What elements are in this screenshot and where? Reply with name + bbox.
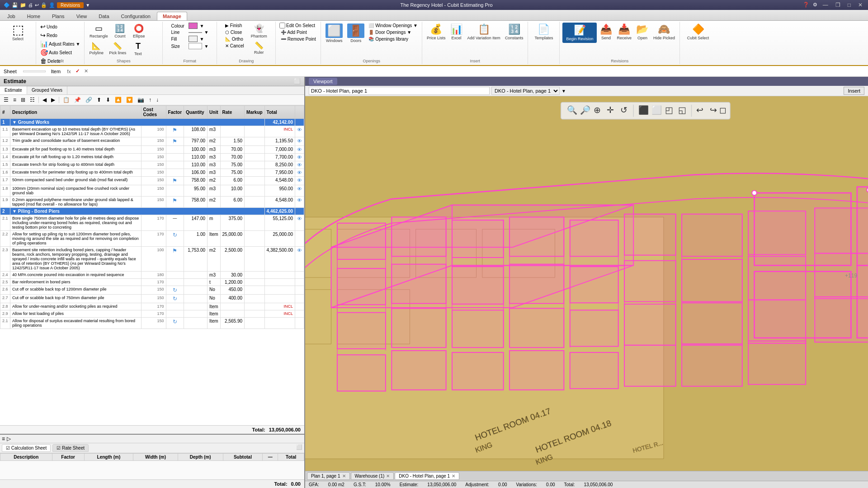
maximize-btn[interactable]: □ xyxy=(846,2,853,8)
add-variation-btn[interactable]: 📋 Add Variation Item xyxy=(466,23,502,41)
insert-viewport-btn[interactable]: Insert xyxy=(844,87,864,95)
table-row[interactable]: 2.9 Allow for test loading of piles 170 … xyxy=(0,310,304,318)
tab-job[interactable]: Job xyxy=(2,12,21,20)
line-dropdown-icon[interactable]: ▼ xyxy=(204,30,208,35)
ruler-btn[interactable]: 📏 Ruler xyxy=(249,40,269,56)
formula-input[interactable] xyxy=(92,68,864,75)
quick-access-save[interactable]: 💾 xyxy=(12,2,18,8)
dropdown-arrow-icon[interactable]: ▼ xyxy=(85,3,90,8)
formula-cancel-btn[interactable]: ✕ xyxy=(83,68,89,74)
list-view-btn[interactable]: ☷ xyxy=(28,96,37,104)
table-row[interactable]: 2.8 Allow for under-reaming and/or socke… xyxy=(0,303,304,310)
minimize-btn[interactable]: — xyxy=(821,2,830,8)
size-dropdown-icon[interactable]: ▼ xyxy=(204,44,208,49)
send-btn[interactable]: 📤 Send xyxy=(598,23,614,41)
table-row[interactable]: 1.8 100mm (20mm nominal size) compacted … xyxy=(0,185,304,197)
next-btn[interactable]: ▶ xyxy=(49,96,57,104)
edit-on-select-checkbox[interactable]: Edit On Select xyxy=(279,23,315,28)
table-row[interactable]: 1.1 Basement excavation up to 10 metres … xyxy=(0,126,304,137)
redo-btn[interactable]: ↪ Redo xyxy=(39,31,59,39)
polyline-btn[interactable]: 📐 Polyline xyxy=(87,41,105,56)
toolbar-icon7[interactable]: 🔽 xyxy=(124,96,135,104)
doors-btn[interactable]: 🚪 Doors xyxy=(345,23,366,44)
vb-tab-warehouse[interactable]: Warehouse (1) ✕ xyxy=(351,472,394,480)
size-input[interactable] xyxy=(189,43,202,49)
tab-calculation-sheet[interactable]: ☑ Calculation Sheet xyxy=(2,444,51,452)
begin-revision-btn[interactable]: 📝 Begin Revision xyxy=(562,23,597,43)
table-row[interactable]: 2.2 Allow for setting up piling rig to s… xyxy=(0,231,304,247)
restore-btn[interactable]: ❐ xyxy=(834,2,842,8)
table-row[interactable]: 1.5 Excavate trench for strip footing up… xyxy=(0,161,304,169)
section-1-header[interactable]: 1 ▼ Ground Works 42,142.00 xyxy=(0,119,304,126)
window-openings-btn[interactable]: ⬜ Window Openings ▼ xyxy=(367,23,419,28)
table-row[interactable]: 2.6 Cut off or scabble back top of 1200m… xyxy=(0,286,304,295)
quick-access-lock[interactable]: 🔒 xyxy=(41,2,47,8)
table-row[interactable]: 1.9 0.2mm approved polythene membrane un… xyxy=(0,197,304,208)
settings-icon[interactable]: ⚙ xyxy=(813,2,817,8)
pick-lines-btn[interactable]: 📏 Pick lines xyxy=(106,41,129,56)
viewport-tab-btn[interactable]: Viewport xyxy=(309,78,337,85)
table-row[interactable]: 1.4 Excavate pit for raft footing up to … xyxy=(0,154,304,161)
rectangle-btn[interactable]: ▭ Rectangle xyxy=(87,23,110,39)
table-row[interactable]: 1.2 Trim grade and consolidate surface o… xyxy=(0,137,304,146)
tab-grouped-views[interactable]: Grouped Views xyxy=(27,86,67,94)
estimate-table-wrap[interactable]: # Description Cost Codes Factor Quantity… xyxy=(0,105,304,425)
fill-swatch[interactable] xyxy=(189,36,198,42)
cubit-select-btn[interactable]: 🔶 Cubit Select xyxy=(685,23,711,41)
toolbar-icon3[interactable]: 🔗 xyxy=(84,96,94,104)
table-row[interactable]: 2.5 Bar reinforcement in bored piers 170… xyxy=(0,279,304,286)
table-row[interactable]: 2.7 Cut off or scabble back top of 750mm… xyxy=(0,295,304,303)
vb-tab-dko-close[interactable]: ✕ xyxy=(452,474,455,479)
finish-btn[interactable]: ▶ Finish xyxy=(224,23,245,28)
tab-estimate[interactable]: Estimate xyxy=(0,86,27,94)
phantom-btn[interactable]: 👻 Phantom xyxy=(249,23,269,39)
toolbar-icon2[interactable]: 📌 xyxy=(72,96,83,104)
remove-point-btn[interactable]: ➖ Remove Point xyxy=(279,36,317,42)
tab-plans[interactable]: Plans xyxy=(47,12,70,20)
open-btn[interactable]: 📂 Open xyxy=(634,23,651,41)
colour-dropdown-icon[interactable]: ▼ xyxy=(199,23,204,28)
tab-manage[interactable]: Manage xyxy=(157,12,187,20)
adjust-rates-btn[interactable]: 📊 Adjust Rates ▼ xyxy=(39,40,81,48)
fill-dropdown-icon[interactable]: ▼ xyxy=(199,37,204,42)
vb-tab-warehouse-close[interactable]: ✕ xyxy=(386,474,390,479)
table-row[interactable]: 2.4 40 MPA concrete poured into excavati… xyxy=(0,272,304,279)
undo-btn[interactable]: ↩ Undo xyxy=(39,23,59,31)
toolbar-icon10[interactable]: ↓ xyxy=(154,96,160,104)
prev-btn[interactable]: ◀ xyxy=(41,96,48,104)
tab-configuration[interactable]: Configuration xyxy=(116,12,156,20)
line-preview[interactable] xyxy=(189,32,202,33)
table-row[interactable]: 2.1 Allow for disposal of surplus excava… xyxy=(0,318,304,329)
toolbar-icon1[interactable]: 📋 xyxy=(61,96,71,104)
hide-picked-btn[interactable]: 🙈 Hide Picked xyxy=(651,23,677,41)
select-btn[interactable]: ⬚ Select xyxy=(5,23,32,42)
table-row[interactable]: 1.3 Excavate pit for pad footing up to 1… xyxy=(0,146,304,154)
expand-all-btn[interactable]: ≡ xyxy=(11,96,18,104)
help-icon[interactable]: ❓ xyxy=(803,2,809,8)
excel-btn[interactable]: 📊 Excel xyxy=(448,23,465,41)
text-btn[interactable]: T Text xyxy=(130,41,146,57)
quick-access-print[interactable]: 🖨 xyxy=(28,2,33,8)
section-2-header[interactable]: 2 ▼ Piling - Bored Piers 4,462,625.00 xyxy=(0,208,304,215)
expand-toggle-icon[interactable]: ≡ xyxy=(2,436,5,442)
receive-btn[interactable]: 📥 Receive xyxy=(615,23,633,41)
viewport-dropdown-icon[interactable]: ▼ xyxy=(561,89,566,94)
table-row[interactable]: 2.1 Bore single 750mm diameter hole for … xyxy=(0,215,304,231)
templates-btn[interactable]: 📄 Templates xyxy=(533,23,555,41)
constants-btn[interactable]: 🔢 Constants xyxy=(503,23,525,41)
openings-library-btn[interactable]: 📚 Openings library xyxy=(367,36,419,42)
colour-swatch[interactable] xyxy=(189,23,198,29)
grid-view-btn[interactable]: ⊞ xyxy=(19,96,27,104)
vb-tab-dko[interactable]: DKO - Hotel Plan, page 1 ✕ xyxy=(395,472,459,480)
price-lists-btn[interactable]: 💰 Price Lists xyxy=(425,23,448,41)
tab-data[interactable]: Data xyxy=(93,12,114,20)
table-row[interactable]: 1.6 Excavate trench for perimeter strip … xyxy=(0,169,304,177)
viewport-3d[interactable]: HOTEL ROOM 04.17 KING HOTEL ROOM 04.18 K… xyxy=(305,96,868,471)
door-openings-btn[interactable]: 🚪 Door Openings ▼ xyxy=(367,29,419,35)
quick-access-user[interactable]: 👤 xyxy=(49,2,55,8)
count-btn[interactable]: 🔢 Count xyxy=(111,23,129,39)
collapse-all-btn[interactable]: ☰ xyxy=(2,96,10,104)
bottom-panel-expand-icon[interactable]: ⬜ xyxy=(296,444,302,452)
table-row[interactable]: 1.7 50mm compacted sand bed under ground… xyxy=(0,177,304,185)
close-drawing-btn[interactable]: ⬡ Close xyxy=(224,29,245,35)
